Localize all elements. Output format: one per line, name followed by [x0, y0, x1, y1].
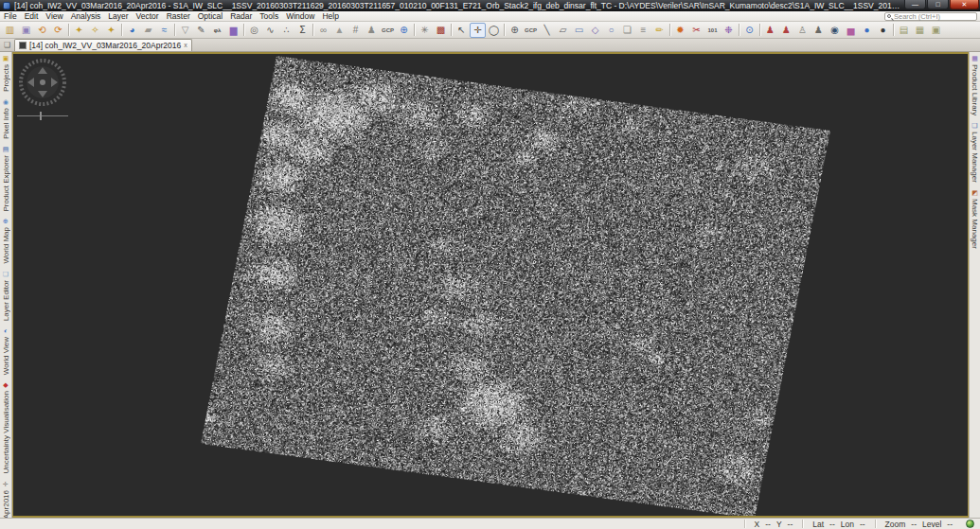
menu-item[interactable]: Tools [256, 11, 282, 22]
float-window-icon[interactable]: ❏ [2, 40, 12, 50]
window-title: [14] coh_IW2_VV_03Mar2016_20Apr2016 - S1… [14, 1, 900, 10]
select-polygon-icon[interactable]: ▽ [177, 23, 193, 38]
session-gold-3-icon[interactable]: ✦ [103, 23, 119, 38]
globe-grid-icon[interactable]: ⊕ [396, 23, 412, 38]
zoom-icon[interactable]: ◯ [486, 23, 502, 38]
zoom-slider-handle[interactable] [40, 112, 42, 120]
stamp-icon[interactable]: ❏ [619, 23, 635, 38]
color-hist-icon[interactable]: ▅ [843, 23, 859, 38]
histogram-icon[interactable]: ▆ [225, 23, 241, 38]
tab-uncertainty-visualisation[interactable]: ◆ Uncertainty Visualisation [2, 381, 10, 473]
cluster-icon[interactable]: ❉ [721, 23, 737, 38]
pan-hand-icon[interactable]: ✛ [470, 23, 486, 38]
gcp-plus-icon[interactable]: GCP [523, 23, 539, 38]
tab-close-icon[interactable]: x [184, 42, 187, 49]
menu-item[interactable]: File [0, 11, 21, 22]
geometry-copy-icon[interactable]: ∞ [315, 23, 331, 38]
session-gold-2-icon[interactable]: ✧ [87, 23, 103, 38]
gcp-icon[interactable]: GCP [380, 23, 396, 38]
zoom-slider-track [17, 115, 68, 116]
user-search-icon[interactable]: ♟ [811, 23, 827, 38]
mask-ellipse-icon[interactable]: ◎ [246, 23, 262, 38]
wave-icon[interactable]: ≈ [156, 23, 172, 38]
maximize-button[interactable]: □ [927, 0, 949, 9]
profile-plot-icon[interactable]: ∿ [262, 23, 278, 38]
zoom-slider[interactable] [17, 111, 68, 122]
tab-world-map[interactable]: ⊕ World Map [2, 218, 10, 264]
profile-person-icon[interactable]: ♟ [364, 23, 380, 38]
eraser-icon[interactable]: ▰ [140, 23, 156, 38]
compass-center-dot[interactable] [40, 79, 45, 85]
tab-product-library[interactable]: ▦ Product Library [971, 55, 979, 115]
zoom-plus-icon[interactable]: ⊕ [507, 23, 523, 38]
dock-tab-label: Uncertainty Visualisation [2, 391, 10, 473]
checker-icon[interactable]: ▩ [433, 23, 449, 38]
cascade-windows-icon[interactable]: ▣ [928, 23, 944, 38]
user-gcp-icon[interactable]: ♙ [794, 23, 811, 38]
rectangle-tool-icon[interactable]: ▭ [571, 23, 587, 38]
scatter-plot-icon[interactable]: ∴ [278, 23, 294, 38]
tab-coh-image[interactable]: [14] coh_IW2_VV_03Mar2016_20Apr2016 x [14, 39, 192, 51]
open-product-icon[interactable]: ▥ [2, 23, 18, 38]
redo-icon[interactable]: ⟳ [50, 23, 66, 38]
cut-x-icon[interactable]: ✂ [688, 23, 704, 38]
tab-mask-manager[interactable]: ◩ Mask Manager [971, 189, 979, 249]
polygon-tool-icon[interactable]: ◇ [587, 23, 603, 38]
search-box[interactable] [884, 12, 977, 21]
palette-icon[interactable]: ◕ [124, 23, 140, 38]
menu-item[interactable]: Optical [194, 11, 226, 22]
image-canvas[interactable] [13, 54, 968, 516]
line-tool-icon[interactable]: ╲ [539, 23, 555, 38]
cursor-icon[interactable]: ↖ [454, 23, 470, 38]
tab-layer-manager[interactable]: ❏ Layer Manager [971, 122, 979, 183]
shapes-icon[interactable]: ▲ [331, 23, 347, 38]
menu-item[interactable]: Vector [133, 11, 163, 22]
menu-item[interactable]: Analysis [67, 11, 105, 22]
dock-tab-label: World Map [2, 227, 10, 264]
eye-icon[interactable]: ◉ [827, 23, 843, 38]
polyline-tool-icon[interactable]: ▱ [555, 23, 571, 38]
tile-rows-icon[interactable]: ▤ [896, 23, 912, 38]
tab-product-explorer[interactable]: ▤ Product Explorer [2, 146, 10, 212]
menu-item[interactable]: Window [282, 11, 318, 22]
star-burst-icon[interactable]: ✹ [672, 23, 688, 38]
menu-item[interactable]: Layer [104, 11, 132, 22]
dock-tab-label: Navigation - [14] coh_IW2_VV_03Mar2016_2… [2, 490, 10, 518]
menu-item[interactable]: Edit [21, 11, 43, 22]
tile-grid-icon[interactable]: ▦ [912, 23, 928, 38]
image-view[interactable] [12, 52, 969, 518]
product-stack-icon[interactable]: ▣ [18, 23, 34, 38]
globe-dark-icon[interactable]: ● [875, 23, 891, 38]
menu-item[interactable]: View [42, 11, 66, 22]
grid-icon[interactable]: # [347, 23, 364, 38]
node-graph-icon[interactable]: ✳ [417, 23, 433, 38]
session-gold-1-icon[interactable]: ✦ [71, 23, 87, 38]
pencil-yellow-icon[interactable]: ✏ [651, 23, 668, 38]
statistics-sigma-icon[interactable]: Σ [294, 23, 311, 38]
close-button[interactable]: ✕ [950, 0, 979, 9]
binary-101-icon[interactable]: 101 [704, 23, 721, 38]
dock-tab-icon: ◉ [3, 98, 9, 106]
world-status-icon[interactable] [966, 520, 974, 528]
tab-navigation[interactable]: ✛ Navigation - [14] coh_IW2_VV_03Mar2016… [2, 481, 10, 518]
edit-pencil-icon[interactable]: ✎ [193, 23, 209, 38]
user-red2-icon[interactable]: ♟ [778, 23, 794, 38]
tab-projects[interactable]: ▣ Projects [2, 55, 10, 92]
ruler-icon[interactable]: ≡ [635, 23, 651, 38]
tab-world-view[interactable]: ◐ World View [2, 327, 10, 375]
undo-icon[interactable]: ⟲ [34, 23, 50, 38]
menu-item[interactable]: Radar [226, 11, 256, 22]
minimize-button[interactable]: — [904, 0, 926, 9]
zoom-value: -- [911, 520, 917, 529]
tab-pixel-info[interactable]: ◉ Pixel Info [2, 98, 10, 139]
menu-item[interactable]: Raster [163, 11, 194, 22]
globe-search-icon[interactable]: ⊙ [741, 23, 757, 38]
compass-widget[interactable] [18, 58, 67, 107]
menu-item[interactable]: Help [318, 11, 342, 22]
search-input[interactable] [891, 12, 974, 21]
user-red-icon[interactable]: ♟ [762, 23, 778, 38]
globe-sparkle-icon[interactable]: ● [859, 23, 875, 38]
tab-layer-editor[interactable]: ❏ Layer Editor [2, 271, 10, 321]
ellipse-tool-icon[interactable]: ○ [603, 23, 619, 38]
geocoding-icon[interactable]: φλ [209, 23, 225, 38]
